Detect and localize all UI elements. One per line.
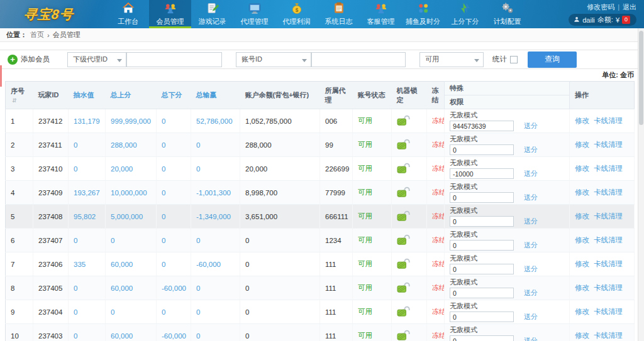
chevron-down-icon: [302, 59, 307, 62]
unlock-icon[interactable]: [397, 282, 410, 294]
send-score-link[interactable]: 送分: [524, 169, 538, 178]
unlock-icon[interactable]: [397, 163, 410, 175]
send-score-link[interactable]: 送分: [524, 217, 538, 226]
nav-item-service-mgmt[interactable]: 客服管理: [360, 0, 402, 28]
edit-link[interactable]: 修改: [575, 212, 589, 220]
send-score-link[interactable]: 送分: [524, 264, 538, 274]
score-input[interactable]: [450, 168, 514, 179]
send-score-link[interactable]: 送分: [524, 288, 538, 298]
score-input[interactable]: [450, 240, 514, 251]
edit-link[interactable]: 修改: [575, 332, 589, 339]
clear-line-link[interactable]: 卡线清理: [594, 141, 623, 148]
freeze-link[interactable]: 冻结: [432, 188, 445, 196]
nav-item-plan-config[interactable]: 计划配置: [486, 0, 528, 28]
nav-item-member-mgmt[interactable]: 会员管理: [149, 0, 191, 28]
freeze-link[interactable]: 冻结: [432, 236, 445, 244]
edit-link[interactable]: 修改: [575, 117, 589, 124]
unlock-icon[interactable]: [397, 139, 410, 151]
scrollbar-thumb[interactable]: [639, 31, 643, 125]
unlock-icon[interactable]: [397, 306, 410, 318]
edit-link[interactable]: 修改: [575, 165, 589, 172]
unlock-icon[interactable]: [397, 210, 410, 222]
agent-id-input[interactable]: [126, 52, 222, 67]
col-index[interactable]: 序号⇵: [6, 82, 33, 109]
clear-line-link[interactable]: 卡线清理: [594, 332, 623, 339]
freeze-cell: 冻结: [427, 276, 445, 300]
edit-link[interactable]: 修改: [575, 260, 589, 268]
col-total-win[interactable]: 总输赢: [191, 82, 240, 109]
freeze-link[interactable]: 冻结: [432, 117, 445, 124]
clear-line-link[interactable]: 卡线清理: [594, 117, 623, 124]
add-member-button[interactable]: + 添加会员: [5, 52, 56, 67]
edit-link[interactable]: 修改: [575, 284, 589, 291]
logout-link[interactable]: 退出: [623, 3, 636, 11]
nav-item-workbench[interactable]: 工作台: [107, 0, 149, 28]
score-input[interactable]: [450, 288, 514, 298]
unlock-icon[interactable]: [397, 115, 410, 127]
unlock-icon[interactable]: [397, 234, 410, 246]
agent-id-select[interactable]: 下级代理ID: [67, 52, 126, 67]
breadcrumb-home[interactable]: 首页: [30, 30, 44, 40]
send-score-link[interactable]: 送分: [524, 145, 538, 154]
agent-id: 111: [320, 324, 353, 341]
score-input[interactable]: [450, 192, 514, 203]
edit-link[interactable]: 修改: [575, 308, 589, 315]
col-total-up[interactable]: 总上分: [106, 82, 157, 109]
nav-item-agent-profit[interactable]: $代理利润: [275, 0, 318, 28]
special-cell: 无敌模式送分: [445, 181, 570, 205]
agent-id: 77999: [320, 181, 353, 205]
unlock-icon[interactable]: [397, 330, 410, 341]
change-password-link[interactable]: 修改密码: [587, 3, 614, 11]
nav-item-system-log[interactable]: 系统日志: [318, 0, 360, 28]
score-input[interactable]: [450, 144, 514, 155]
freeze-link[interactable]: 冻结: [432, 332, 445, 339]
score-input[interactable]: [450, 121, 514, 131]
clear-line-link[interactable]: 卡线清理: [594, 284, 623, 291]
freeze-link[interactable]: 冻结: [432, 284, 445, 291]
clear-line-link[interactable]: 卡线清理: [594, 260, 623, 268]
freeze-link[interactable]: 冻结: [432, 260, 445, 268]
clear-line-link[interactable]: 卡线清理: [594, 165, 623, 172]
freeze-link[interactable]: 冻结: [432, 308, 445, 315]
special-mode-label: 无敌模式: [450, 134, 564, 144]
unlock-icon[interactable]: [397, 187, 410, 198]
special-cell: 无敌模式送分: [445, 229, 570, 252]
col-total-down[interactable]: 总下分: [157, 82, 191, 109]
col-pump[interactable]: 抽水值: [69, 82, 106, 109]
freeze-link[interactable]: 冻结: [432, 141, 445, 148]
nav-item-fishing-score[interactable]: 捕鱼及时分: [402, 0, 444, 28]
send-score-link[interactable]: 送分: [524, 193, 538, 202]
freeze-link[interactable]: 冻结: [432, 165, 445, 172]
nav-item-game-records[interactable]: 游戏记录: [191, 0, 233, 28]
send-score-link[interactable]: 送分: [524, 336, 538, 341]
send-score-link[interactable]: 送分: [524, 121, 538, 131]
clear-line-link[interactable]: 卡线清理: [594, 308, 623, 315]
edit-link[interactable]: 修改: [575, 188, 589, 196]
account-id-input[interactable]: [311, 52, 406, 67]
score-input[interactable]: [450, 335, 514, 341]
clear-line-link[interactable]: 卡线清理: [594, 236, 623, 244]
account-id-select[interactable]: 账号ID: [236, 52, 311, 67]
operation-cell: 修改卡线清理: [570, 205, 635, 229]
send-score-link[interactable]: 送分: [524, 241, 538, 250]
edit-link[interactable]: 修改: [575, 236, 589, 244]
nav-item-label: 上分下分: [452, 17, 479, 26]
status-select[interactable]: 可用: [419, 52, 484, 67]
top-navbar: 寻宝8号 工作台会员管理游戏记录代理管理$代理利润系统日志客服管理捕鱼及时分上分…: [0, 0, 644, 28]
send-score-link[interactable]: 送分: [524, 312, 538, 322]
special-cell: 无敌模式送分: [445, 300, 570, 324]
nav-item-agent-mgmt[interactable]: 代理管理: [233, 0, 275, 28]
add-member-label: 添加会员: [21, 55, 50, 64]
nav-item-up-down-score[interactable]: 上分下分: [444, 0, 486, 28]
score-input[interactable]: [450, 216, 514, 227]
score-input[interactable]: [450, 264, 514, 274]
unlock-icon[interactable]: [397, 258, 410, 270]
clear-line-link[interactable]: 卡线清理: [594, 212, 623, 220]
clear-line-link[interactable]: 卡线清理: [594, 188, 623, 196]
score-input[interactable]: [450, 311, 514, 322]
freeze-link[interactable]: 冻结: [432, 212, 445, 220]
breadcrumb-separator: ›: [47, 31, 50, 39]
search-button[interactable]: 查询: [528, 51, 577, 68]
edit-link[interactable]: 修改: [575, 141, 589, 148]
stats-checkbox[interactable]: [510, 56, 518, 63]
